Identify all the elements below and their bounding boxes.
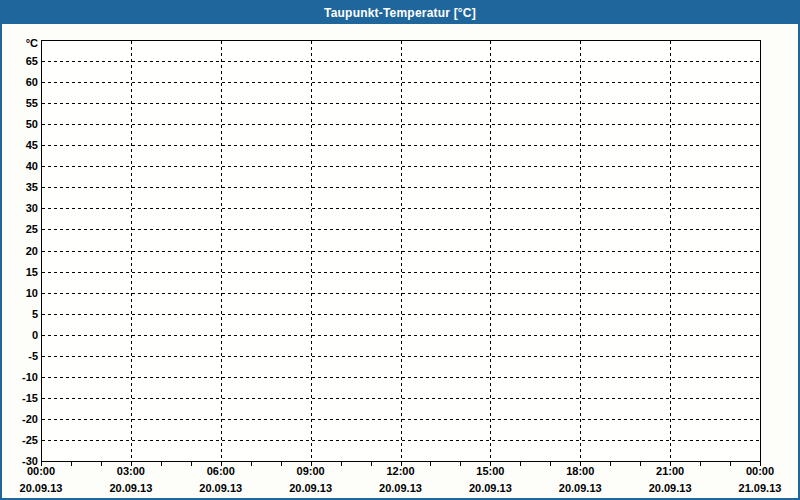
y-tick-label: -15 <box>22 392 38 404</box>
x-date-label: 20.09.13 <box>649 482 692 494</box>
y-tick-label: 50 <box>26 118 38 130</box>
x-time-label: 18:00 <box>566 465 594 477</box>
x-time-label: 12:00 <box>386 465 414 477</box>
x-date-label: 20.09.13 <box>289 482 332 494</box>
x-time-label: 15:00 <box>476 465 504 477</box>
x-time-label: 00:00 <box>27 465 55 477</box>
y-tick-label: 15 <box>26 266 38 278</box>
y-tick-label: 25 <box>26 223 38 235</box>
chart-title: Taupunkt-Temperatur [°C] <box>324 6 476 20</box>
y-tick-label: 0 <box>32 329 38 341</box>
chart-titlebar: Taupunkt-Temperatur [°C] <box>2 2 798 24</box>
x-time-label: 21:00 <box>656 465 684 477</box>
chart-window: Taupunkt-Temperatur [°C] °C6560555045403… <box>0 0 800 500</box>
y-tick-label: -20 <box>22 413 38 425</box>
y-tick-label: 65 <box>26 55 38 67</box>
y-tick-label: 10 <box>26 287 38 299</box>
x-date-label: 20.09.13 <box>20 482 63 494</box>
x-date-label: 20.09.13 <box>559 482 602 494</box>
y-tick-label: 55 <box>26 97 38 109</box>
y-tick-label: -10 <box>22 371 38 383</box>
x-date-label: 20.09.13 <box>109 482 152 494</box>
y-tick-label: 20 <box>26 245 38 257</box>
y-tick-label: 35 <box>26 181 38 193</box>
x-time-label: 00:00 <box>746 465 774 477</box>
y-axis-unit-label: °C <box>26 37 38 49</box>
x-time-label: 09:00 <box>297 465 325 477</box>
y-tick-label: -5 <box>28 350 38 362</box>
chart-area: °C65605550454035302520151050-5-10-15-20-… <box>2 24 798 498</box>
y-tick-label: 5 <box>32 308 38 320</box>
y-tick-label: 60 <box>26 76 38 88</box>
x-date-label: 21.09.13 <box>739 482 782 494</box>
y-tick-label: 30 <box>26 202 38 214</box>
y-tick-label: 45 <box>26 139 38 151</box>
x-date-label: 20.09.13 <box>469 482 512 494</box>
y-tick-label: 40 <box>26 160 38 172</box>
chart-svg: °C65605550454035302520151050-5-10-15-20-… <box>2 24 798 498</box>
x-date-label: 20.09.13 <box>199 482 242 494</box>
y-tick-label: -25 <box>22 434 38 446</box>
x-date-label: 20.09.13 <box>379 482 422 494</box>
x-time-label: 03:00 <box>117 465 145 477</box>
x-time-label: 06:00 <box>207 465 235 477</box>
